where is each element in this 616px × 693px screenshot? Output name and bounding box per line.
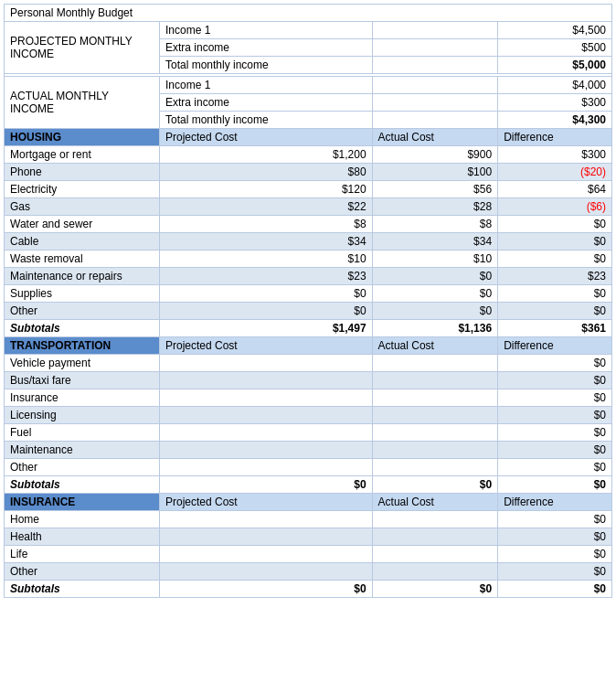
subtotal-label: Subtotals (5, 476, 160, 494)
row-label: Maintenance (5, 442, 160, 459)
insurance-col-projected: Projected Cost (160, 494, 373, 511)
page-title: Personal Monthly Budget (5, 5, 612, 22)
list-item: Cable$34$34$0 (5, 233, 612, 251)
row-diff: $23 (498, 268, 612, 285)
row-diff: $0 (498, 528, 612, 546)
row-actual (372, 511, 498, 528)
row-actual: $56 (372, 181, 498, 198)
row-projected (160, 424, 373, 442)
subtotal-row: Subtotals$1,497$1,136$361 (5, 320, 612, 337)
row-projected (160, 355, 373, 372)
row-label: Other (5, 459, 160, 476)
row-diff: $0 (498, 563, 612, 581)
actual-income-1-value: $4,000 (498, 77, 612, 94)
row-diff: $0 (498, 424, 612, 442)
housing-tbody: Mortgage or rent$1,200$900$300Phone$80$1… (5, 146, 612, 337)
subtotal-projected: $1,497 (160, 320, 373, 337)
actual-income-2-empty (372, 94, 498, 112)
row-label: Life (5, 546, 160, 563)
subtotal-diff: $0 (498, 476, 612, 494)
proj-income-3-empty (372, 57, 498, 74)
proj-income-2-value: $500 (498, 39, 612, 57)
row-label: Phone (5, 164, 160, 181)
transportation-col-actual: Actual Cost (372, 337, 498, 355)
row-diff: $0 (498, 372, 612, 389)
row-actual: $34 (372, 233, 498, 251)
transportation-header-row: TRANSPORTATION Projected Cost Actual Cos… (5, 337, 612, 355)
transportation-section-label: TRANSPORTATION (5, 337, 160, 355)
subtotal-row: Subtotals$0$0$0 (5, 581, 612, 598)
row-actual (372, 442, 498, 459)
list-item: Other$0$0$0 (5, 303, 612, 320)
subtotal-row: Subtotals$0$0$0 (5, 476, 612, 494)
row-diff: $0 (498, 459, 612, 476)
list-item: Vehicle payment$0 (5, 355, 612, 372)
row-actual: $100 (372, 164, 498, 181)
list-item: Insurance$0 (5, 389, 612, 407)
row-label: Other (5, 563, 160, 581)
row-label: Home (5, 511, 160, 528)
proj-income-1-empty (372, 22, 498, 39)
actual-income-2-value: $300 (498, 94, 612, 112)
row-actual (372, 459, 498, 476)
row-diff: $0 (498, 546, 612, 563)
actual-income-3-label: Total monthly income (160, 112, 373, 129)
row-label: Bus/taxi fare (5, 372, 160, 389)
row-projected (160, 563, 373, 581)
actual-income-3-empty (372, 112, 498, 129)
row-projected: $0 (160, 303, 373, 320)
row-projected: $120 (160, 181, 373, 198)
row-diff: $300 (498, 146, 612, 164)
proj-income-1-value: $4,500 (498, 22, 612, 39)
row-label: Supplies (5, 285, 160, 303)
housing-col-diff: Difference (498, 129, 612, 146)
row-actual: $0 (372, 268, 498, 285)
row-projected (160, 511, 373, 528)
row-diff: $0 (498, 216, 612, 233)
row-projected: $34 (160, 233, 373, 251)
list-item: Electricity$120$56$64 (5, 181, 612, 198)
row-label: Licensing (5, 407, 160, 424)
subtotal-projected: $0 (160, 476, 373, 494)
row-projected (160, 389, 373, 407)
row-projected (160, 372, 373, 389)
proj-income-row-1: PROJECTED MONTHLY INCOME Income 1 $4,500 (5, 22, 612, 39)
transportation-tbody: Vehicle payment$0Bus/taxi fare$0Insuranc… (5, 355, 612, 494)
row-actual (372, 389, 498, 407)
row-diff: $0 (498, 511, 612, 528)
actual-income-row-1: ACTUAL MONTHLY INCOME Income 1 $4,000 (5, 77, 612, 94)
row-projected (160, 407, 373, 424)
subtotal-projected: $0 (160, 581, 373, 598)
row-actual (372, 407, 498, 424)
subtotal-actual: $1,136 (372, 320, 498, 337)
list-item: Waste removal$10$10$0 (5, 251, 612, 268)
list-item: Water and sewer$8$8$0 (5, 216, 612, 233)
row-label: Waste removal (5, 251, 160, 268)
row-actual (372, 372, 498, 389)
row-actual (372, 528, 498, 546)
proj-income-2-empty (372, 39, 498, 57)
row-diff: $0 (498, 233, 612, 251)
proj-income-3-value: $5,000 (498, 57, 612, 74)
row-diff: $0 (498, 251, 612, 268)
row-diff: $0 (498, 285, 612, 303)
list-item: Gas$22$28($6) (5, 198, 612, 216)
row-diff: $0 (498, 407, 612, 424)
budget-container: Personal Monthly Budget PROJECTED MONTHL… (0, 0, 616, 602)
list-item: Maintenance$0 (5, 442, 612, 459)
row-actual (372, 546, 498, 563)
row-diff: $0 (498, 442, 612, 459)
housing-header-row: HOUSING Projected Cost Actual Cost Diffe… (5, 129, 612, 146)
actual-income-label: ACTUAL MONTHLY INCOME (5, 77, 160, 129)
subtotal-label: Subtotals (5, 320, 160, 337)
subtotal-diff: $361 (498, 320, 612, 337)
row-label: Gas (5, 198, 160, 216)
row-projected: $23 (160, 268, 373, 285)
row-diff: $0 (498, 303, 612, 320)
list-item: Fuel$0 (5, 424, 612, 442)
housing-section-label: HOUSING (5, 129, 160, 146)
row-actual: $28 (372, 198, 498, 216)
list-item: Home$0 (5, 511, 612, 528)
list-item: Other$0 (5, 459, 612, 476)
list-item: Maintenance or repairs$23$0$23 (5, 268, 612, 285)
